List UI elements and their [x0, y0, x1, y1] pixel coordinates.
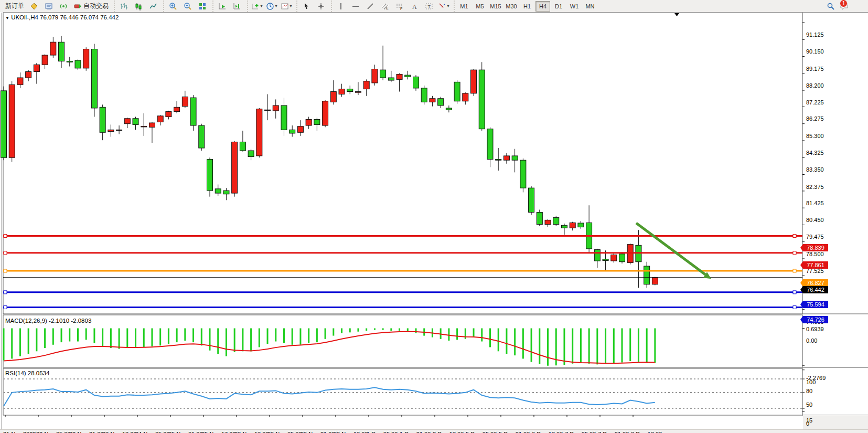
time-axis-label: 7 Dec 05:00	[565, 431, 596, 433]
rsi-pane-frame[interactable]	[3, 368, 802, 415]
timeframe-m5[interactable]: M5	[473, 1, 487, 12]
line-handle[interactable]	[4, 291, 7, 294]
macd-histogram-bar	[77, 329, 79, 342]
candle	[603, 259, 608, 261]
candle	[454, 82, 460, 101]
templates-icon[interactable]: ▾	[279, 1, 294, 12]
chart-shift-icon[interactable]	[230, 1, 244, 12]
chart-bars-icon[interactable]	[116, 1, 131, 12]
macd-histogram-bar	[588, 329, 590, 364]
time-axis-label: 1 Dec 05:00	[367, 431, 398, 433]
candle	[42, 55, 48, 65]
line-handle[interactable]	[4, 234, 7, 237]
dropdown-caret-icon: ▾	[275, 4, 277, 8]
add-indicator-icon[interactable]: ▾	[250, 1, 264, 12]
macd-histogram-bar	[259, 329, 260, 347]
timeframe-h1[interactable]: H1	[520, 1, 534, 12]
timeframe-m1[interactable]: M1	[457, 1, 471, 12]
candle	[594, 250, 600, 261]
price-axis-label: 85.300	[806, 133, 824, 139]
time-axis-label: 25 Nov 01:00	[168, 431, 202, 433]
periods-icon[interactable]: ▾	[264, 1, 279, 12]
macd-histogram-bar	[28, 329, 29, 354]
text-label-icon[interactable]: T	[422, 1, 436, 12]
autotrading-label: 自动交易	[83, 2, 109, 10]
chat-icon[interactable]: 1	[838, 1, 853, 12]
macd-histogram-bar	[292, 329, 293, 345]
price-axis-label: 84.325	[806, 150, 824, 156]
candle	[545, 220, 551, 224]
new-order-button[interactable]: 新订单	[3, 1, 27, 12]
candle	[9, 85, 15, 157]
line-handle[interactable]	[793, 234, 796, 237]
timeframe-d1[interactable]: D1	[551, 1, 566, 12]
timeframe-m30[interactable]: M30	[504, 1, 519, 12]
price-axis-label: 82.375	[806, 184, 824, 190]
chart-line-icon[interactable]	[146, 1, 160, 12]
timeframe-h4[interactable]: H4	[535, 1, 550, 12]
time-axis-label: 2 Dec 13:00	[433, 431, 464, 433]
channel-icon[interactable]: E	[378, 1, 392, 12]
timeframe-w1[interactable]: W1	[567, 1, 582, 12]
line-handle[interactable]	[4, 306, 7, 309]
autotrading-button[interactable]: 自动交易	[71, 1, 111, 12]
toolbar-group: EFAT▾	[331, 1, 453, 12]
line-handle[interactable]	[4, 269, 7, 272]
macd-axis-label: 0.6939	[806, 326, 824, 332]
signals-icon[interactable]	[56, 1, 71, 12]
metaeditor-icon[interactable]	[41, 1, 56, 12]
line-handle[interactable]	[793, 291, 796, 294]
trendline-icon[interactable]	[363, 1, 378, 12]
line-handle[interactable]	[4, 251, 7, 255]
fibonacci-icon[interactable]: F	[392, 1, 407, 12]
macd-histogram-bar	[325, 329, 326, 339]
vertical-line-icon[interactable]	[334, 1, 348, 12]
chart-svg[interactable]	[0, 12, 868, 433]
candle	[141, 126, 147, 127]
chart-window[interactable]: ▼ UKOil-,H4 76.079 76.446 76.074 76.442 …	[0, 12, 868, 433]
tile-windows-icon[interactable]	[195, 1, 210, 12]
candle	[503, 156, 509, 160]
candle	[297, 126, 303, 133]
market-watch-icon[interactable]	[27, 1, 41, 12]
candle	[174, 107, 180, 111]
macd-pane-frame[interactable]	[3, 315, 802, 367]
macd-histogram-bar	[36, 329, 37, 352]
line-handle[interactable]	[793, 269, 796, 272]
candle	[1, 91, 7, 157]
chart-candles-icon[interactable]	[131, 1, 146, 12]
candle	[463, 93, 468, 101]
horizontal-line-icon[interactable]	[348, 1, 363, 12]
macd-histogram-bar	[308, 329, 309, 343]
time-axis-label: 29 Nov 05:00	[267, 431, 302, 433]
zoom-in-icon[interactable]	[166, 1, 180, 12]
time-axis-label: 30 Nov 13:00	[334, 431, 368, 433]
zoom-out-icon[interactable]	[180, 1, 195, 12]
macd-histogram-bar	[456, 329, 458, 340]
cursor-icon[interactable]	[299, 1, 314, 12]
macd-histogram-bar	[151, 329, 153, 346]
candle	[75, 60, 81, 68]
price-axis-label: 79.475	[806, 234, 824, 240]
text-icon[interactable]: A	[407, 1, 422, 12]
dropdown-caret-icon: ▾	[447, 4, 449, 8]
candle	[67, 61, 72, 62]
timeframe-mn[interactable]: MN	[583, 1, 597, 12]
line-handle[interactable]	[793, 306, 796, 309]
candle	[223, 191, 229, 194]
timeframe-m15[interactable]: M15	[488, 1, 503, 12]
auto-scroll-icon[interactable]	[215, 1, 230, 12]
candle	[578, 223, 584, 227]
search-icon[interactable]	[823, 1, 838, 12]
chart-collapse-icon[interactable]: ▼	[5, 16, 9, 20]
candle	[537, 212, 542, 224]
time-axis-label: 5 Dec 21:00	[499, 431, 530, 433]
macd-histogram-bar	[61, 329, 62, 343]
price-axis-label: 89.175	[806, 66, 824, 72]
main-pane-frame[interactable]	[3, 13, 802, 314]
arrows-icon[interactable]: ▾	[436, 1, 451, 12]
candle	[512, 156, 518, 160]
crosshair-icon[interactable]	[314, 1, 328, 12]
candle	[413, 77, 419, 88]
line-handle[interactable]	[793, 251, 796, 255]
